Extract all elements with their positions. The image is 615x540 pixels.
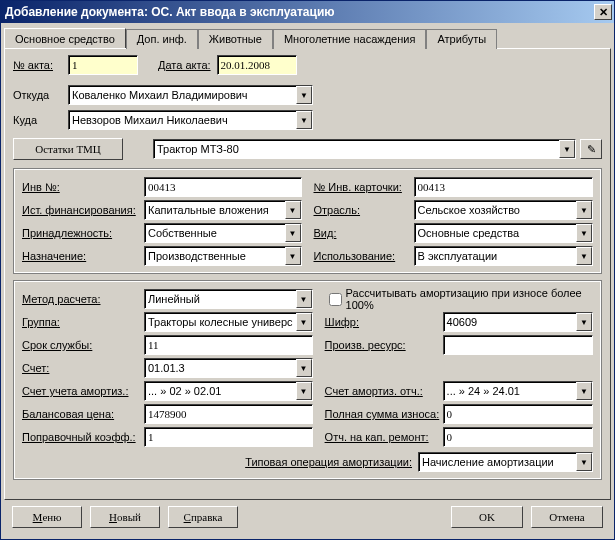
label-cap-repair: Отч. на кап. ремонт:	[325, 431, 443, 443]
label-corr-factor: Поправочный коэфф.:	[22, 431, 144, 443]
new-button[interactable]: Новый	[90, 506, 160, 528]
tab-strip: Основное средство Доп. инф. Животные Мно…	[4, 28, 611, 48]
chevron-down-icon: ▼	[576, 247, 592, 265]
fin-source-select[interactable]: Капитальные вложения ▼	[144, 200, 302, 220]
chevron-down-icon: ▼	[296, 290, 312, 308]
label-wear-full: Полная сумма износа:	[325, 408, 443, 420]
label-from: Откуда	[13, 89, 68, 101]
cap-repair-input[interactable]	[443, 427, 593, 447]
from-value: Коваленко Михаил Владимирович	[69, 86, 296, 104]
purpose-select[interactable]: Производственные ▼	[144, 246, 302, 266]
tab-addinfo[interactable]: Доп. инф.	[126, 29, 198, 49]
branch-select[interactable]: Сельское хозяйство ▼	[414, 200, 594, 220]
to-value: Невзоров Михаил Николаевич	[69, 111, 296, 129]
recalc-checkbox[interactable]	[329, 293, 342, 306]
help-button[interactable]: Справка	[168, 506, 238, 528]
chevron-down-icon: ▼	[576, 224, 592, 242]
label-fin-source: Ист. финансирования:	[22, 204, 144, 216]
inv-no-input[interactable]	[144, 177, 302, 197]
chevron-down-icon: ▼	[285, 247, 301, 265]
prod-res-input[interactable]	[443, 335, 593, 355]
tab-main[interactable]: Основное средство	[4, 28, 126, 48]
balance-price-input[interactable]	[144, 404, 313, 424]
label-group: Группа:	[22, 316, 144, 328]
usage-select[interactable]: В эксплуатации ▼	[414, 246, 594, 266]
tab-perennial[interactable]: Многолетние насаждения	[273, 29, 426, 49]
kind-select[interactable]: Основные средства ▼	[414, 223, 594, 243]
window-title: Добавление документа: ОС. Акт ввода в эк…	[5, 5, 592, 19]
lifetime-input[interactable]	[144, 335, 313, 355]
act-date-input[interactable]	[217, 55, 297, 75]
act-no-input[interactable]	[68, 55, 138, 75]
label-kind: Вид:	[314, 227, 414, 239]
bottom-bar: Меню Новый Справка OK Отмена	[4, 500, 611, 536]
label-lifetime: Срок службы:	[22, 339, 144, 351]
label-prod-res: Произв. ресурс:	[325, 339, 443, 351]
amort-op-select[interactable]: Начисление амортизации ▼	[418, 452, 593, 472]
tab-animals[interactable]: Животные	[198, 29, 273, 49]
chevron-down-icon: ▼	[296, 382, 312, 400]
amort-ded-acc-select[interactable]: ... » 24 » 24.01 ▼	[443, 381, 593, 401]
label-branch: Отрасль:	[314, 204, 414, 216]
wear-full-input[interactable]	[443, 404, 593, 424]
amort-acc-select[interactable]: ... » 02 » 02.01 ▼	[144, 381, 313, 401]
label-ownership: Принадлежность:	[22, 227, 144, 239]
asset-value: Трактор МТЗ-80	[154, 140, 559, 158]
title-bar: Добавление документа: ОС. Акт ввода в эк…	[1, 1, 614, 23]
chevron-down-icon: ▼	[296, 359, 312, 377]
label-card-no: № Инв. карточки:	[314, 181, 414, 193]
cipher-select[interactable]: 40609 ▼	[443, 312, 593, 332]
chevron-down-icon: ▼	[576, 313, 592, 331]
group-select[interactable]: Тракторы колесные универс ▼	[144, 312, 313, 332]
chevron-down-icon: ▼	[285, 201, 301, 219]
label-inv-no: Инв №:	[22, 181, 144, 193]
label-method: Метод расчета:	[22, 293, 144, 305]
label-amort-op: Типовая операция амортизации:	[245, 456, 412, 468]
label-to: Куда	[13, 114, 68, 126]
close-button[interactable]: ✕	[594, 4, 612, 20]
label-cipher: Шифр:	[325, 316, 443, 328]
label-recalc: Рассчитывать амортизацию при износе боле…	[346, 287, 593, 311]
chevron-down-icon: ▼	[576, 382, 592, 400]
label-act-no: № акта:	[13, 59, 68, 71]
label-usage: Использование:	[314, 250, 414, 262]
menu-button[interactable]: Меню	[12, 506, 82, 528]
chevron-down-icon: ▼	[296, 86, 312, 104]
ok-button[interactable]: OK	[451, 506, 523, 528]
pencil-icon: ✎	[587, 143, 596, 156]
label-amort-ded-acc: Счет амортиз. отч.:	[325, 385, 443, 397]
leftovers-button[interactable]: Остатки ТМЦ	[13, 138, 123, 160]
corr-factor-input[interactable]	[144, 427, 313, 447]
from-select[interactable]: Коваленко Михаил Владимирович ▼	[68, 85, 313, 105]
card-no-input[interactable]	[414, 177, 594, 197]
label-act-date: Дата акта:	[158, 59, 211, 71]
method-select[interactable]: Линейный ▼	[144, 289, 313, 309]
to-select[interactable]: Невзоров Михаил Николаевич ▼	[68, 110, 313, 130]
chevron-down-icon: ▼	[576, 201, 592, 219]
chevron-down-icon: ▼	[296, 313, 312, 331]
chevron-down-icon: ▼	[576, 453, 592, 471]
label-amort-acc: Счет учета амортиз.:	[22, 385, 144, 397]
tab-body: № акта: Дата акта: Откуда Коваленко Миха…	[4, 48, 611, 500]
account-select[interactable]: 01.01.3 ▼	[144, 358, 313, 378]
chevron-down-icon: ▼	[296, 111, 312, 129]
label-balance-price: Балансовая цена:	[22, 408, 144, 420]
label-account: Счет:	[22, 362, 144, 374]
edit-asset-button[interactable]: ✎	[580, 139, 602, 159]
tab-attributes[interactable]: Атрибуты	[426, 29, 497, 49]
asset-select[interactable]: Трактор МТЗ-80 ▼	[153, 139, 576, 159]
cancel-button[interactable]: Отмена	[531, 506, 603, 528]
ownership-select[interactable]: Собственные ▼	[144, 223, 302, 243]
chevron-down-icon: ▼	[559, 140, 575, 158]
label-purpose: Назначение:	[22, 250, 144, 262]
chevron-down-icon: ▼	[285, 224, 301, 242]
